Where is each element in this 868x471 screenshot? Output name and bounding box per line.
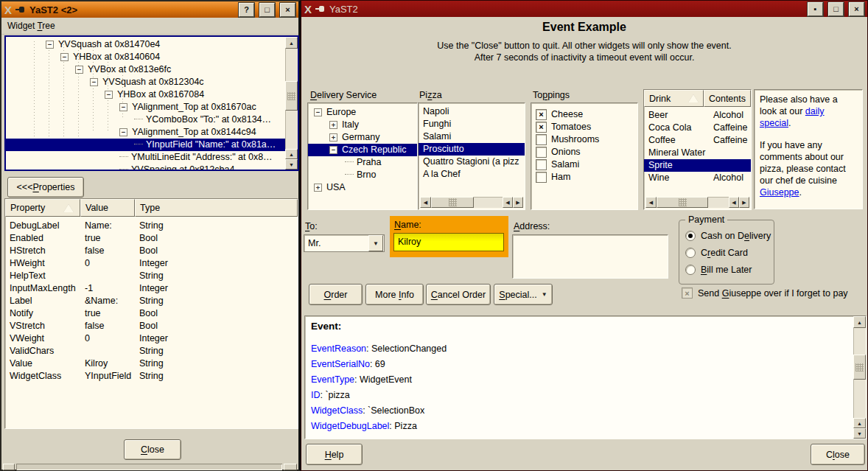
tree-item[interactable]: −YVBox at 0x813e6fc [6,63,285,76]
column-header-value[interactable]: Value [80,199,135,217]
table-row[interactable]: CoffeeCaffeine [644,134,751,147]
table-row[interactable]: InputMaxLength-1Integer [5,282,298,295]
tree-item[interactable]: +Germany [308,131,417,144]
scroll-left-button-2[interactable]: ◀ [729,197,739,208]
menu-widget-tree[interactable]: Widget Tree [7,21,55,31]
checkbox-icon[interactable] [536,134,547,145]
widget-tree[interactable]: −YVSquash at 0x81470e4−YHBox at 0x814060… [4,35,299,171]
scroll-up-button-2[interactable]: ▲ [285,149,298,159]
radio-icon[interactable] [685,231,696,241]
pizza-hscrollbar[interactable]: ◀ ◀ ▶ [420,197,523,208]
checkbox-icon[interactable]: × [536,109,547,120]
column-header-contents[interactable]: Contents [704,90,751,107]
close-window-button[interactable]: × [849,2,864,16]
tree-collapse-icon[interactable]: − [314,108,322,116]
tree-collapse-icon[interactable]: − [75,66,83,74]
table-row[interactable]: DebugLabelName:String [5,220,298,232]
pin-icon[interactable] [15,6,26,13]
tree-collapse-icon[interactable]: − [60,53,69,61]
help-button[interactable]: Help [306,444,363,465]
tree-item[interactable]: −Europe [308,106,417,119]
table-row[interactable]: VWeight0Integer [5,332,298,345]
help-window-button[interactable]: ? [239,3,254,17]
giuseppe-link[interactable]: Giuseppe [760,187,799,198]
resize-grip[interactable] [284,464,297,470]
scroll-down-button[interactable]: ▼ [285,159,298,170]
tree-collapse-icon[interactable]: − [329,146,337,154]
table-row[interactable]: BeerAlcohol [644,109,751,122]
radio-icon[interactable] [685,248,696,258]
cancel-order-button[interactable]: Cancel Order [426,284,491,305]
tree-item[interactable]: +USA [308,181,417,194]
list-item[interactable]: Napoli [419,105,525,118]
topping-checkbox[interactable]: Ham [531,171,637,184]
tree-item[interactable]: +Italy [308,119,417,131]
table-row[interactable]: VStretchfalseBool [5,320,298,332]
list-item[interactable]: Prosciutto [419,143,525,156]
checkbox-icon[interactable] [536,159,547,170]
event-log-panel[interactable]: Event: EventReason: SelectionChangedEven… [304,315,867,439]
minimize-button[interactable]: ▪ [808,2,823,16]
column-header-property[interactable]: Property [5,199,80,217]
payment-radio-credit-card[interactable]: Credit Card [685,248,748,258]
checkbox-icon[interactable]: × [536,122,547,133]
drinks-table[interactable]: Drink Contents BeerAlcoholCoca ColaCaffe… [643,89,752,210]
tree-collapse-icon[interactable]: − [46,41,54,49]
tree-item[interactable]: −Czech Republic [308,144,417,156]
tree-item[interactable]: YComboBox "To:" at 0x8134… [6,114,285,126]
scroll-up-button[interactable]: ▲ [853,316,866,328]
topping-checkbox[interactable]: Mushrooms [531,133,637,146]
send-giuseppe-checkbox[interactable]: × Send Giuseppe over if I forget to pay [682,287,848,299]
drinks-table-header[interactable]: Drink Contents [644,90,751,107]
radio-icon[interactable] [685,265,696,275]
payment-radio-cash-on-delivery[interactable]: Cash on Delivery [685,231,771,241]
checkbox-icon[interactable]: × [682,287,693,299]
tree-collapse-icon[interactable]: − [90,78,98,86]
list-item[interactable]: Quattro Stagioni (a pizz [419,156,525,168]
maximize-button[interactable]: □ [828,2,844,16]
scroll-left-button-2[interactable]: ◀ [503,197,513,208]
scroll-left-button[interactable]: ◀ [645,197,657,208]
tree-item[interactable]: YInputField "Name:" at 0x81a… [6,139,285,151]
delivery-service-tree[interactable]: −Europe+Italy+Germany−Czech RepublicPrah… [307,102,418,210]
table-row[interactable]: HStretchfalseBool [5,245,298,257]
table-row[interactable]: Sprite [644,159,751,172]
table-row[interactable]: ValidCharsString [5,345,298,357]
drinks-hscrollbar[interactable]: ◀ ◀ ▶ [645,197,749,208]
tree-collapse-icon[interactable]: − [119,103,127,111]
properties-toggle-button[interactable]: <<< Properties [7,177,84,198]
properties-table[interactable]: Property Value Type DebugLabelName:Strin… [4,198,298,429]
tree-item[interactable]: Praha [308,156,417,169]
scroll-up-button-2[interactable]: ▲ [853,418,866,428]
tree-item[interactable]: −YAlignment_Top at 0x8144c94 [6,126,285,139]
close-window-button[interactable]: × [280,3,295,17]
topping-checkbox[interactable]: Onions [531,146,637,158]
name-input[interactable]: Kilroy [393,233,504,251]
table-row[interactable]: WidgetClassYInputFieldString [5,370,298,383]
list-item[interactable]: Funghi [419,118,525,130]
tree-collapse-icon[interactable]: − [119,128,127,136]
tree-expand-icon[interactable]: + [314,184,322,192]
tree-item[interactable]: −YHBox at 0x8140604 [6,51,285,63]
tree-item[interactable]: −YAlignment_Top at 0x81670ac [6,101,285,114]
topping-checkbox[interactable]: Salami [531,158,637,171]
checkbox-icon[interactable] [536,147,547,158]
maximize-button[interactable]: □ [259,3,275,17]
checkbox-icon[interactable] [536,172,547,183]
chevron-down-icon[interactable]: ▼ [368,235,383,251]
table-row[interactable]: ValueKilroyString [5,357,298,370]
list-item[interactable]: A la Chef [419,168,525,181]
hscroll-thumb[interactable] [657,197,708,208]
payment-radio-bill-me-later[interactable]: Bill me Later [685,265,752,275]
title-combobox[interactable]: Mr. ▼ [304,234,385,252]
left-titlebar[interactable]: X YaST2 <2> ? □ × [1,1,298,18]
tree-item[interactable]: −YVSquash at 0x81470e4 [6,38,285,51]
scroll-down-button[interactable]: ▼ [853,428,866,439]
tree-scrollbar-thumb[interactable] [285,81,298,111]
scroll-up-button[interactable]: ▲ [285,37,298,49]
tree-collapse-icon[interactable]: − [105,91,113,99]
scroll-right-button[interactable]: ▶ [513,197,523,208]
tree-expand-icon[interactable]: + [329,121,337,129]
table-row[interactable]: WineAlcohol [644,172,751,184]
address-textarea[interactable] [512,234,668,279]
